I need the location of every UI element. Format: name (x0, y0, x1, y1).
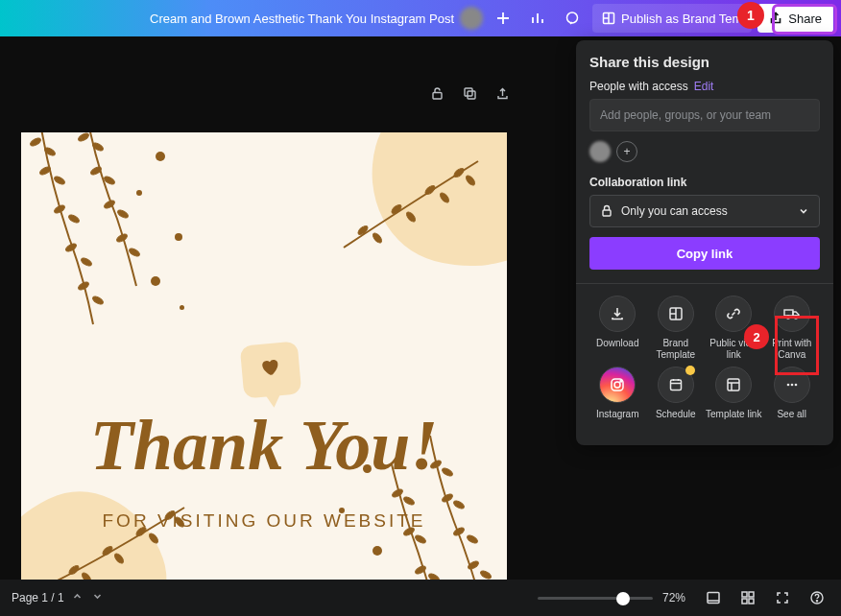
lock-button[interactable] (424, 81, 449, 106)
svg-point-5 (29, 136, 41, 147)
svg-point-49 (67, 564, 80, 576)
action-label: Download (596, 338, 638, 359)
download-icon (610, 306, 625, 321)
svg-rect-65 (670, 380, 681, 391)
avatar-row: + (589, 141, 820, 162)
svg-point-55 (163, 509, 176, 521)
svg-point-76 (816, 601, 817, 602)
action-label: Print with Canva (764, 338, 821, 361)
notification-badge (685, 366, 695, 375)
svg-point-29 (452, 167, 465, 178)
share-button[interactable]: Share (757, 4, 833, 33)
zoom-slider[interactable] (538, 597, 653, 600)
svg-point-15 (77, 132, 89, 143)
share-icon (769, 12, 782, 25)
brand-template-action[interactable]: Brand Template (648, 296, 705, 361)
add-people-input[interactable] (589, 99, 820, 131)
action-label: Template link (706, 409, 761, 430)
avatar-thumbnail[interactable] (589, 141, 611, 162)
truck-icon (783, 306, 801, 321)
svg-rect-4 (468, 91, 475, 99)
lock-icon (430, 86, 445, 101)
svg-point-24 (372, 231, 383, 244)
svg-point-53 (134, 526, 147, 537)
copy-link-button[interactable]: Copy link (589, 237, 820, 270)
chevron-up-icon (72, 591, 83, 602)
share-actions-grid: Download Brand Template Public view link… (589, 296, 820, 430)
action-label: See all (777, 409, 806, 430)
prev-page-button[interactable] (70, 589, 84, 606)
svg-point-6 (43, 146, 56, 156)
grid-view-button[interactable] (735, 585, 760, 610)
page-view-icon (706, 590, 721, 605)
calendar-icon (668, 377, 684, 392)
link-icon (726, 306, 741, 321)
svg-rect-70 (708, 593, 719, 604)
topbar: Cream and Brown Aesthetic Thank You Inst… (0, 0, 841, 36)
publish-button[interactable]: Publish as Brand Tem (592, 4, 752, 33)
svg-rect-66 (728, 379, 739, 391)
svg-rect-71 (742, 592, 747, 597)
access-label: People with access (589, 80, 688, 93)
access-row: People with access Edit (589, 80, 820, 93)
divider (576, 283, 833, 284)
share-panel-title: Share this design (589, 54, 820, 70)
user-avatar[interactable] (460, 7, 483, 30)
see-all-action[interactable]: See all (764, 367, 821, 430)
svg-point-52 (113, 552, 125, 564)
decorative-dots (127, 142, 213, 315)
svg-point-64 (620, 380, 622, 382)
svg-point-56 (174, 515, 185, 528)
svg-point-69 (794, 384, 797, 387)
share-label: Share (788, 12, 822, 26)
svg-point-60 (786, 316, 789, 319)
chart-icon (530, 11, 545, 26)
brand-template-icon (668, 306, 684, 321)
page-label: Page 1 / 1 (12, 591, 64, 604)
fullscreen-button[interactable] (770, 585, 795, 610)
schedule-action[interactable]: Schedule (648, 367, 705, 430)
add-person-button[interactable]: + (616, 141, 637, 162)
svg-point-51 (101, 545, 113, 557)
chevron-down-icon (798, 205, 809, 217)
help-button[interactable] (805, 585, 829, 610)
svg-point-68 (790, 384, 793, 387)
plus-icon (495, 11, 511, 26)
zoom-thumb[interactable] (616, 592, 630, 605)
comments-button[interactable] (558, 4, 587, 33)
template-link-action[interactable]: Template link (706, 367, 762, 430)
design-canvas[interactable]: Thank You! FOR VISITING OUR WEBSITE (21, 132, 507, 616)
download-action[interactable]: Download (589, 296, 646, 361)
svg-point-48 (402, 495, 415, 506)
svg-rect-74 (749, 599, 754, 604)
design-title[interactable]: Cream and Brown Aesthetic Thank You Inst… (150, 12, 454, 26)
next-page-button[interactable] (90, 589, 105, 606)
print-action[interactable]: Print with Canva (764, 296, 821, 361)
add-button[interactable] (489, 4, 517, 33)
duplicate-button[interactable] (457, 81, 482, 106)
heart-icon (258, 357, 283, 380)
template-icon (602, 12, 615, 25)
instagram-action[interactable]: Instagram (589, 367, 646, 430)
svg-rect-2 (433, 92, 442, 99)
page-indicator: Page 1 / 1 (12, 589, 105, 606)
edit-access-link[interactable]: Edit (694, 80, 714, 93)
page-tools (424, 81, 515, 106)
page-view-button[interactable] (701, 585, 726, 610)
svg-rect-73 (742, 599, 747, 604)
svg-rect-57 (603, 210, 611, 216)
annotation-number-1: 1 (737, 2, 764, 29)
zoom-label: 72% (662, 591, 691, 604)
vine-decoration (324, 142, 497, 276)
action-label: Brand Template (648, 338, 705, 361)
access-dropdown[interactable]: Only you can access (589, 195, 820, 227)
svg-point-0 (567, 12, 578, 23)
help-icon (809, 590, 825, 605)
vine-decoration (40, 488, 204, 594)
svg-rect-59 (784, 310, 793, 316)
svg-point-36 (466, 533, 478, 544)
svg-point-8 (53, 175, 65, 185)
analytics-button[interactable] (523, 4, 552, 33)
publish-label: Publish as Brand Tem (621, 12, 742, 26)
upload-page-button[interactable] (490, 81, 515, 106)
